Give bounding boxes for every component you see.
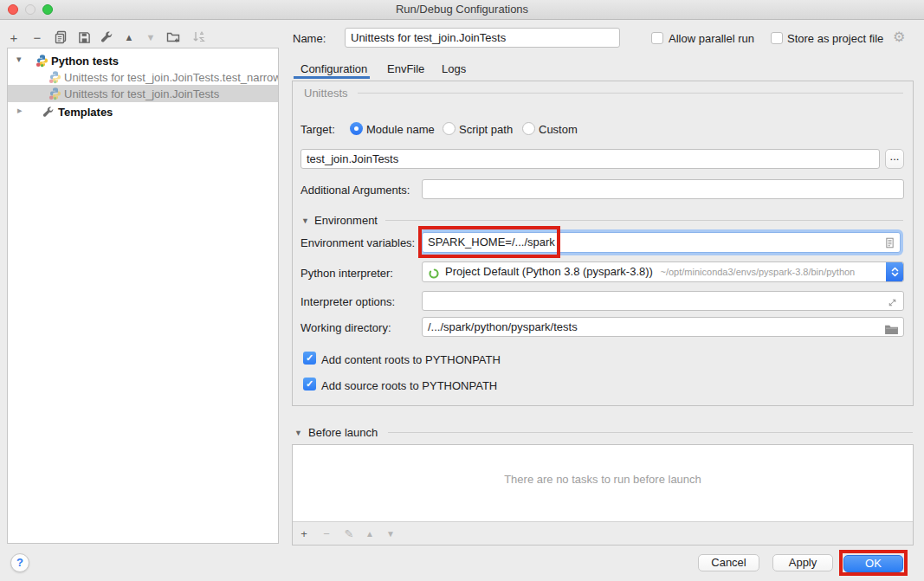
python-test-icon xyxy=(48,70,62,86)
allow-parallel-run-checkbox[interactable] xyxy=(651,32,663,44)
cancel-button[interactable]: Cancel xyxy=(698,554,759,571)
apply-button[interactable]: Apply xyxy=(772,554,833,571)
move-task-down-icon[interactable]: ▼ xyxy=(383,526,398,541)
python-tests-icon xyxy=(36,54,49,69)
tab-logs[interactable]: Logs xyxy=(442,62,466,75)
help-button[interactable]: ? xyxy=(10,553,29,572)
radio-dot xyxy=(443,122,456,135)
conda-environment-icon xyxy=(428,267,440,282)
environment-section-title[interactable]: Environment xyxy=(314,214,378,227)
tree-node-label: Unittests for test_join.JoinTests.test_n… xyxy=(64,71,278,84)
expand-field-icon[interactable] xyxy=(887,295,898,311)
interpreter-options-input[interactable] xyxy=(422,291,904,311)
before-launch-toolbar: + − ✎ ▲ ▼ xyxy=(293,521,913,545)
new-folder-icon[interactable] xyxy=(165,29,182,46)
edit-task-icon[interactable]: ✎ xyxy=(341,526,357,541)
allow-parallel-run-label: Allow parallel run xyxy=(669,32,754,45)
store-as-project-file-label: Store as project file xyxy=(787,32,883,45)
checkbox-box: ✓ xyxy=(303,378,316,391)
radio-module-name[interactable] xyxy=(350,122,363,135)
tree-node-label: Unittests for test_join.JoinTests xyxy=(64,87,219,100)
remove-configuration-icon[interactable]: − xyxy=(29,29,46,46)
name-label: Name: xyxy=(293,32,326,45)
name-input[interactable] xyxy=(345,28,620,48)
group-divider xyxy=(358,93,903,94)
tree-node-templates[interactable]: ▸ Templates xyxy=(8,103,278,120)
copy-configuration-icon[interactable] xyxy=(52,29,69,46)
minimize-window-button[interactable] xyxy=(25,4,36,15)
title-bar: Run/Debug Configurations xyxy=(0,0,924,20)
environment-section-collapse-icon[interactable]: ▼ xyxy=(301,216,309,225)
tree-node-label: Templates xyxy=(58,106,113,119)
move-task-up-icon[interactable]: ▲ xyxy=(362,526,378,541)
checkbox-box: ✓ xyxy=(303,352,316,365)
radio-module-name-label[interactable]: Module name xyxy=(366,123,435,136)
before-launch-empty-message: There are no tasks to run before launch xyxy=(293,473,913,486)
templates-wrench-icon xyxy=(42,107,55,120)
add-source-roots-checkbox[interactable]: ✓ xyxy=(303,378,316,391)
tab-configuration[interactable]: Configuration xyxy=(300,62,367,75)
edit-templates-icon[interactable] xyxy=(98,29,115,46)
edit-variables-icon[interactable] xyxy=(884,236,895,253)
check-icon: ✓ xyxy=(306,378,313,389)
tree-expanded-icon[interactable]: ▾ xyxy=(16,54,22,65)
working-directory-input[interactable]: /.../spark/python/pyspark/tests xyxy=(422,317,904,337)
tab-envfile[interactable]: EnvFile xyxy=(387,62,424,75)
target-input[interactable]: test_join.JoinTests xyxy=(300,149,880,169)
additional-arguments-input[interactable] xyxy=(422,179,904,199)
remove-task-icon[interactable]: − xyxy=(319,526,334,541)
environment-variables-label: Environment variables: xyxy=(300,236,415,249)
before-launch-title[interactable]: Before launch xyxy=(308,426,378,439)
target-value: test_join.JoinTests xyxy=(307,152,398,165)
interpreter-options-label: Interpreter options: xyxy=(300,295,395,308)
python-interpreter-label: Python interpreter: xyxy=(300,267,393,280)
environment-variables-input[interactable]: SPARK_HOME=/.../spark xyxy=(422,232,901,253)
target-label: Target: xyxy=(300,123,335,136)
move-down-icon[interactable]: ▼ xyxy=(142,29,159,46)
radio-custom[interactable] xyxy=(522,122,535,135)
add-task-icon[interactable]: + xyxy=(296,526,312,541)
radio-dot xyxy=(522,122,535,135)
tree-node-python-tests[interactable]: ▾ Python tests xyxy=(8,52,278,69)
radio-custom-label[interactable]: Custom xyxy=(539,123,578,136)
tree-node-label: Python tests xyxy=(51,55,119,68)
save-configuration-icon[interactable] xyxy=(75,29,93,46)
radio-script-path[interactable] xyxy=(443,122,456,135)
section-divider xyxy=(388,432,913,433)
python-test-icon xyxy=(48,87,62,102)
add-configuration-icon[interactable]: + xyxy=(5,29,23,46)
gear-icon[interactable]: ⚙ xyxy=(893,30,905,44)
run-debug-configurations-dialog: Run/Debug Configurations + − ▲ ▼ ▾ Pytho… xyxy=(0,0,924,581)
folder-icon[interactable] xyxy=(885,322,898,337)
configurations-tree: ▾ Python tests Unittests for test_join.J… xyxy=(7,48,279,544)
move-up-icon[interactable]: ▲ xyxy=(120,29,138,46)
tree-collapsed-icon[interactable]: ▸ xyxy=(17,105,23,116)
python-interpreter-select[interactable]: Project Default (Python 3.8 (pyspark-3.8… xyxy=(422,261,904,282)
close-window-button[interactable] xyxy=(8,4,18,15)
environment-variables-value: SPARK_HOME=/.../spark xyxy=(428,236,555,249)
dropdown-stepper-icon[interactable] xyxy=(886,261,903,282)
python-interpreter-path: ~/opt/miniconda3/envs/pyspark-3.8/bin/py… xyxy=(661,267,856,277)
before-launch-collapse-icon[interactable]: ▼ xyxy=(294,429,302,437)
radio-script-path-label[interactable]: Script path xyxy=(459,123,513,136)
browse-button[interactable]: ... xyxy=(885,149,904,169)
tree-node-unittests-test-narrow[interactable]: Unittests for test_join.JoinTests.test_n… xyxy=(8,68,278,86)
radio-dot xyxy=(350,122,363,135)
window-title: Run/Debug Configurations xyxy=(0,0,924,19)
check-icon: ✓ xyxy=(306,352,313,363)
tree-node-unittests-jointests-selected[interactable]: Unittests for test_join.JoinTests xyxy=(8,85,278,102)
working-directory-label: Working directory: xyxy=(300,321,391,334)
working-directory-value: /.../spark/python/pyspark/tests xyxy=(428,320,578,333)
additional-arguments-label: Additional Arguments: xyxy=(300,184,410,197)
add-content-roots-label: Add content roots to PYTHONPATH xyxy=(321,353,501,366)
checkbox-box xyxy=(651,32,663,44)
section-divider xyxy=(385,220,903,221)
python-interpreter-value: Project Default (Python 3.8 (pyspark-3.8… xyxy=(445,265,653,278)
zoom-window-button[interactable] xyxy=(42,4,53,15)
unittests-group-title: Unittests xyxy=(304,87,348,100)
ok-button[interactable]: OK xyxy=(843,555,903,572)
checkbox-box xyxy=(771,32,783,44)
sort-configurations-icon[interactable] xyxy=(191,29,208,46)
add-content-roots-checkbox[interactable]: ✓ xyxy=(303,352,316,365)
store-as-project-file-checkbox[interactable] xyxy=(771,32,783,44)
